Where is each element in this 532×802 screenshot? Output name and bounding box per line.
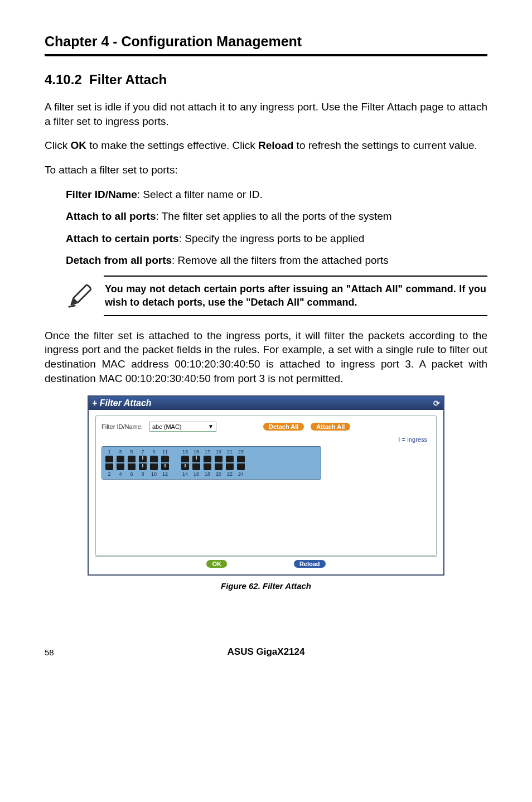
port[interactable] [204,463,211,470]
port[interactable] [139,456,147,462]
port[interactable] [161,463,169,470]
desc: : The filter set applies to all the port… [156,210,392,222]
port[interactable] [237,456,245,462]
attach-all-button[interactable]: Attach All [311,423,350,431]
inline-bold: Reload [258,139,293,151]
figure: + Filter Attach ⟳ Filter ID/Name: abc (M… [88,395,444,591]
definition-list: Filter ID/Name: Select a filter name or … [66,187,487,268]
detach-all-button[interactable]: Detach All [263,423,304,431]
port[interactable] [105,463,113,470]
ok-button[interactable]: OK [206,560,227,568]
paragraph: Once the filter set is attached to the i… [45,328,487,386]
desc: : Specify the ingress ports to be applie… [179,233,365,244]
port[interactable] [128,463,136,470]
port[interactable] [150,456,158,462]
port[interactable] [181,456,189,462]
panel: Filter ID/Name: abc (MAC) ▼ Detach All A… [95,416,437,556]
divider [45,54,487,56]
legend: I = Ingress [101,436,427,443]
term: Attach to certain ports [66,233,179,244]
inline-bold: OK [70,139,86,151]
refresh-icon[interactable]: ⟳ [433,399,440,408]
filter-id-select[interactable]: abc (MAC) ▼ [149,422,216,432]
port[interactable] [215,456,223,462]
note-text: You may not detach certain ports after i… [104,276,487,316]
app-window: + Filter Attach ⟳ Filter ID/Name: abc (M… [88,395,444,576]
page-footer: 58 ASUS GigaX2124 [45,646,487,658]
desc: : Select a filter name or ID. [137,189,263,200]
list-item: Filter ID/Name: Select a filter name or … [66,187,487,202]
port[interactable] [215,463,223,470]
pencil-icon [67,276,95,311]
port[interactable] [117,456,124,462]
port[interactable] [226,463,234,470]
port[interactable] [105,456,113,462]
port[interactable] [181,463,189,470]
note: You may not detach certain ports after i… [67,276,487,316]
port[interactable] [204,456,211,462]
port[interactable] [226,456,234,462]
section-heading: 4.10.2 Filter Attach [45,72,487,88]
port[interactable] [192,463,200,470]
term: Attach to all ports [66,210,156,222]
figure-caption: Figure 62. Filter Attach [88,581,444,591]
title-bar: + Filter Attach ⟳ [89,397,443,410]
dialog-footer: OK Reload [95,556,437,571]
select-value: abc (MAC) [152,423,182,430]
port[interactable] [192,456,200,462]
desc: : Remove all the filters from the attach… [172,254,389,266]
term: Filter ID/Name [66,189,137,200]
term: Detach from all ports [66,254,172,266]
port-grid: 135791124681012131517192123141618202224 [101,446,321,480]
list-item: Detach from all ports: Remove all the fi… [66,253,487,268]
book-title: ASUS GigaX2124 [78,646,454,658]
filter-id-label: Filter ID/Name: [101,423,143,430]
port[interactable] [117,463,124,470]
chapter-title: Chapter 4 - Configuration Management [45,33,487,50]
section-number: 4.10.2 [45,72,82,87]
port[interactable] [161,456,169,462]
paragraph: A filter set is idle if you did not atta… [45,100,487,128]
chevron-down-icon: ▼ [208,424,214,429]
window-title: + Filter Attach [92,398,152,408]
port[interactable] [237,463,245,470]
page-number: 58 [45,648,78,657]
port[interactable] [128,456,136,462]
section-title: Filter Attach [89,72,167,87]
port[interactable] [150,463,158,470]
list-item: Attach to all ports: The filter set appl… [66,209,487,224]
port[interactable] [139,463,147,470]
list-item: Attach to certain ports: Specify the ing… [66,231,487,246]
paragraph: To attach a filter set to ports: [45,163,487,177]
paragraph: Click OK to make the settings effective.… [45,138,487,153]
reload-button[interactable]: Reload [294,560,326,568]
